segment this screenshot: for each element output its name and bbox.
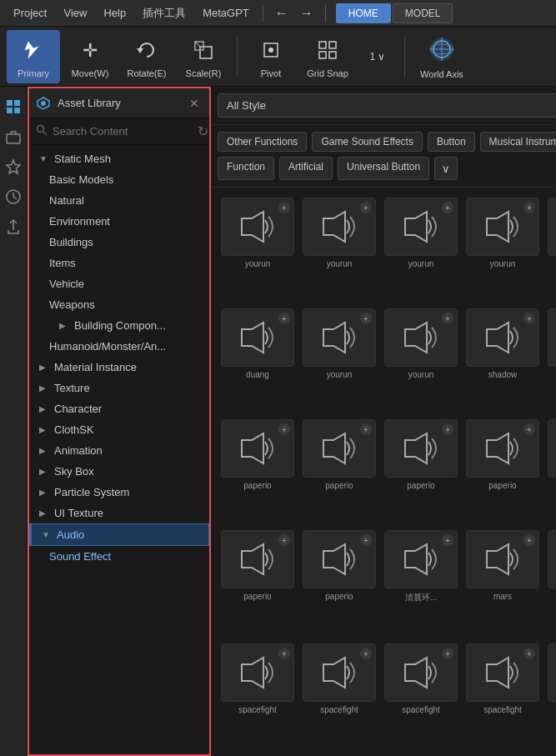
tree-item-skybox[interactable]: ▶ Sky Box xyxy=(29,461,209,482)
menu-view[interactable]: View xyxy=(57,3,93,23)
asset-item[interactable]: + yourun xyxy=(303,308,376,411)
grid-number[interactable]: 1 ∨ xyxy=(358,30,398,83)
svg-point-26 xyxy=(41,101,46,106)
asset-item[interactable]: + duang xyxy=(221,308,294,411)
tab-model[interactable]: MODEL xyxy=(393,3,453,23)
asset-item[interactable]: + spacefight xyxy=(221,643,294,746)
filter-tag-function[interactable]: Function xyxy=(218,157,274,180)
refresh-button[interactable]: ↻ xyxy=(198,123,208,139)
expand-arrow: ▶ xyxy=(39,508,49,518)
menu-metagpt[interactable]: MetaGPT xyxy=(196,3,256,23)
svg-line-24 xyxy=(13,197,17,199)
tool-grid-snap[interactable]: Grid Snap xyxy=(301,30,354,83)
undo-button[interactable]: ← xyxy=(270,2,293,25)
filter-more-button[interactable]: ∨ xyxy=(434,157,458,180)
tool-scale[interactable]: Scale(R) xyxy=(177,30,230,83)
filter-tag-universal-button[interactable]: Universal Button xyxy=(338,157,429,180)
world-axis-icon xyxy=(427,34,457,66)
redo-button[interactable]: → xyxy=(295,2,318,25)
tool-primary[interactable]: Primary xyxy=(7,30,60,83)
tool-world-axis[interactable]: World Axis xyxy=(412,30,472,83)
tree-item-clothsk[interactable]: ▶ ClothSK xyxy=(29,419,209,440)
asset-name-label: yourun xyxy=(408,259,434,268)
tree-item-static-mesh[interactable]: ▼ Static Mesh xyxy=(29,148,209,169)
tool-move-label: Move(W) xyxy=(72,68,109,78)
add-icon: + xyxy=(278,313,290,324)
asset-item[interactable]: + mars xyxy=(548,530,556,635)
asset-item[interactable]: + yourun xyxy=(221,198,294,300)
side-icon-clock[interactable] xyxy=(0,183,27,210)
asset-item[interactable]: + yourun xyxy=(466,198,539,300)
add-icon: + xyxy=(360,313,372,324)
asset-panel-header: Asset Library ✕ xyxy=(29,88,209,118)
asset-item[interactable]: + shadow xyxy=(466,308,539,411)
asset-item[interactable]: + yourun xyxy=(548,198,556,300)
tree-item-audio[interactable]: ▼ Audio xyxy=(29,523,209,546)
side-icon-star[interactable] xyxy=(0,153,27,180)
asset-item[interactable]: + spacefight xyxy=(548,643,556,746)
tree-item-basic-models[interactable]: Basic Models xyxy=(29,169,209,190)
tree-item-ui-texture[interactable]: ▶ UI Texture xyxy=(29,503,209,523)
menu-project[interactable]: Project xyxy=(7,3,53,23)
side-icon-upload[interactable] xyxy=(0,213,27,240)
asset-item[interactable]: + yourun xyxy=(303,198,376,300)
style-select[interactable]: All Style ∨ xyxy=(218,93,556,118)
tree-item-buildings[interactable]: Buildings xyxy=(29,232,209,253)
search-input[interactable] xyxy=(53,125,193,138)
asset-item[interactable]: + paperio xyxy=(303,530,376,635)
asset-item[interactable]: + paperio xyxy=(466,419,539,522)
asset-item[interactable]: + spacefight xyxy=(384,643,458,746)
tool-move[interactable]: ✛ Move(W) xyxy=(63,30,117,83)
asset-item[interactable]: + paperio xyxy=(221,530,294,635)
tree-item-items[interactable]: Items xyxy=(29,253,209,273)
tree-item-environment[interactable]: Environment xyxy=(29,211,209,232)
tree-item-sound-effect[interactable]: Sound Effect xyxy=(29,546,209,567)
menu-plugin[interactable]: 插件工具 xyxy=(136,3,193,24)
tree-item-building-compon[interactable]: ▶ Building Compon... xyxy=(29,315,209,336)
asset-thumbnail: + xyxy=(303,308,376,367)
filter-tag-game-sound-effects[interactable]: Game Sound Effects xyxy=(312,132,423,152)
svg-marker-30 xyxy=(323,212,345,242)
asset-item[interactable]: + paperio xyxy=(548,308,556,411)
pivot-icon xyxy=(256,35,286,65)
svg-marker-37 xyxy=(487,323,508,353)
tree-item-humanoid[interactable]: Humanoid/Monster/An... xyxy=(29,336,209,357)
asset-item[interactable]: + spacefight xyxy=(466,643,539,746)
tree-item-material-instance[interactable]: ▶ Material Instance xyxy=(29,357,209,378)
tree-item-character[interactable]: ▶ Character xyxy=(29,398,209,419)
tree-item-label: ClothSK xyxy=(54,423,94,436)
asset-item[interactable]: + paperio xyxy=(548,419,556,522)
tree-item-weapons[interactable]: Weapons xyxy=(29,294,209,315)
filter-tag-musical-instruments[interactable]: Musical Instruments xyxy=(480,132,556,152)
side-icon-grid[interactable] xyxy=(0,93,27,120)
asset-item[interactable]: + 清晨环... xyxy=(384,530,458,635)
filter-tag-other-functions[interactable]: Other Functions xyxy=(218,132,307,152)
asset-item[interactable]: + paperio xyxy=(221,419,294,522)
tree-item-natural[interactable]: Natural xyxy=(29,190,209,211)
asset-item[interactable]: + spacefight xyxy=(303,643,376,746)
asset-name-label: yourun xyxy=(245,259,271,268)
asset-item[interactable]: + mars xyxy=(466,530,539,635)
svg-marker-41 xyxy=(405,433,427,463)
sound-wave-icon xyxy=(398,430,443,467)
tool-rotate[interactable]: Rotate(E) xyxy=(120,30,173,83)
side-icon-briefcase[interactable] xyxy=(0,123,27,150)
asset-item[interactable]: + yourun xyxy=(384,308,458,411)
asset-item[interactable]: + yourun xyxy=(384,198,458,300)
asset-name-label: duang xyxy=(246,370,269,379)
asset-item[interactable]: + paperio xyxy=(303,419,376,522)
menu-help[interactable]: Help xyxy=(97,3,133,23)
asset-item[interactable]: + paperio xyxy=(384,419,458,522)
filter-tag-button[interactable]: Button xyxy=(428,132,475,152)
tool-pivot[interactable]: Pivot xyxy=(244,30,298,83)
tab-home[interactable]: HOME xyxy=(336,3,391,23)
tree-item-particle-system[interactable]: ▶ Particle System xyxy=(29,482,209,503)
tree-item-texture[interactable]: ▶ Texture xyxy=(29,378,209,398)
svg-rect-9 xyxy=(319,52,326,58)
tree-item-animation[interactable]: ▶ Animation xyxy=(29,440,209,461)
tree-item-label: Weapons xyxy=(49,298,95,311)
filter-tag-artificial[interactable]: Artificial xyxy=(279,157,333,180)
side-icon-strip xyxy=(0,87,28,756)
asset-panel-close-button[interactable]: ✕ xyxy=(186,95,203,112)
tree-item-vehicle[interactable]: Vehicle xyxy=(29,273,209,294)
